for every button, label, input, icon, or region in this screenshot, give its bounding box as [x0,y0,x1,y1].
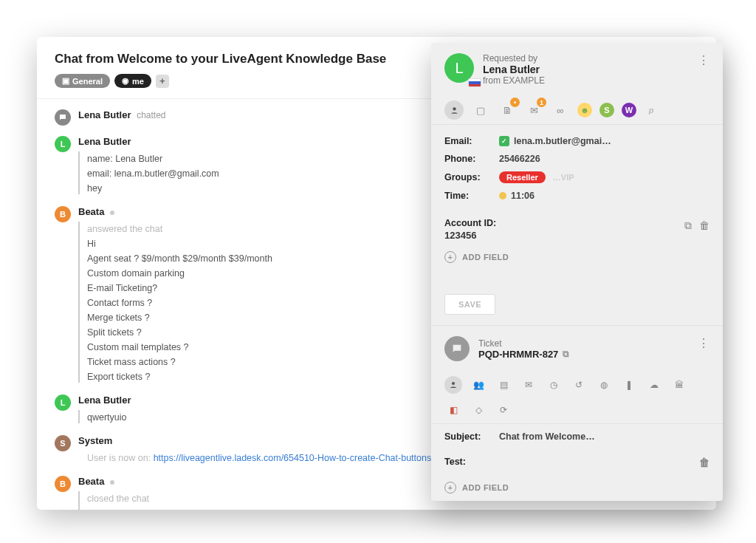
account-id-value: 123456 [444,230,709,241]
requested-by-label: Requested by [483,53,545,64]
user-icon: ◉ [122,76,129,86]
avatar: S [55,435,71,451]
author-name: System [78,435,112,446]
contact-header: L Requested by Lena Butler from EXAMPLE … [444,53,709,86]
copy-icon[interactable]: ⧉ [563,349,569,359]
avatar: B [55,476,71,492]
ticket-card: Ticket PQD-HRMMR-827 ⧉ ⋮ [431,325,723,369]
message-line: You can rate my answers here: [87,506,698,510]
tab-mail-icon[interactable]: ✉1 [524,100,543,120]
avatar: L [55,136,71,152]
brand-mailchimp-icon[interactable]: ☻ [577,103,592,117]
tab-mail-icon[interactable]: ✉ [520,376,537,394]
time-label: Time: [444,191,489,201]
author-name: Lena Butler [78,136,131,147]
author-name: Lena Butler [78,395,131,406]
tab-group-icon[interactable]: 👥 [470,376,487,394]
subject-label: Subject: [444,431,489,442]
contact-tabs: ▢ 🗎• ✉1 ∞ ☻ S W p [431,93,723,125]
trash-icon[interactable]: 🗑 [699,457,709,468]
tag-general-label: General [72,77,103,86]
tab-cloud-icon[interactable]: ☁ [645,376,663,394]
tab-refresh-icon[interactable]: ⟳ [495,401,512,419]
tab-person-icon[interactable] [444,100,464,120]
tab-clock-icon[interactable]: ◷ [545,376,563,394]
plus-icon: + [444,251,456,263]
speech-icon [55,109,71,126]
tab-diamond-icon[interactable]: ◇ [470,401,487,419]
email-label: Email: [444,136,489,146]
group-vip[interactable]: …VIP [553,173,574,182]
plus-icon: + [444,482,456,494]
ticket-label: Ticket [478,338,569,349]
brand-shopify-icon[interactable]: S [599,103,614,117]
contact-from: from EXAMPLE [483,75,545,86]
account-id-block: Account ID: 123456 ⧉ 🗑 [431,212,723,244]
add-field-label: ADD FIELD [462,483,509,492]
ticket-more-icon[interactable]: ⋮ [698,336,709,350]
add-field-label: ADD FIELD [462,253,509,262]
status-dot-icon [110,480,114,485]
ticket-add-field-button[interactable]: + ADD FIELD [431,474,723,501]
tab-square-icon[interactable]: ◧ [444,401,462,419]
more-icon[interactable]: ⋮ [698,53,709,67]
tab-notes-icon[interactable]: 🗎• [498,100,517,120]
tab-folder-icon[interactable]: ▤ [495,376,512,394]
ticket-subject-row: Subject: Chat from Welcome… [431,424,723,449]
contact-side-panel: L Requested by Lena Butler from EXAMPLE … [431,43,723,501]
avatar: B [55,206,71,222]
brand-woo-icon[interactable]: W [622,103,636,117]
trash-icon[interactable]: 🗑 [699,219,709,232]
tab-globe-icon[interactable]: ◍ [595,376,613,394]
tag-general[interactable]: ▣ General [55,74,110,88]
flag-icon [468,78,481,87]
tab-attachment-icon[interactable]: ❚ [620,376,638,394]
tab-history-icon[interactable]: ↺ [570,376,588,394]
author-name: Lena Butler [78,109,131,120]
tab-bank-icon[interactable]: 🏛 [670,376,688,394]
system-prefix: User is now on: [87,453,154,463]
account-id-label: Account ID: [444,218,709,228]
contact-name: Lena Butler [483,64,545,75]
email-value: lena.m.butler@gmai… [514,136,611,146]
ticket-test-row: Test: 🗑 [431,449,723,474]
phone-value: 25466226 [499,154,540,164]
subject-value: Chat from Welcome… [499,431,595,442]
svg-point-0 [453,107,456,110]
tab-screen-icon[interactable]: ▢ [471,100,490,120]
folder-icon: ▣ [62,76,69,86]
svg-point-1 [452,382,455,385]
add-tag-button[interactable]: + [156,75,169,88]
tag-me[interactable]: ◉ me [114,74,151,88]
duplicate-icon[interactable]: ⧉ [684,219,692,232]
mail-badge: 1 [537,98,546,107]
time-icon [499,192,506,199]
test-label: Test: [444,457,489,467]
phone-label: Phone: [444,154,489,164]
author-name: Beata [78,476,104,487]
time-value: 11:06 [511,191,535,201]
save-button[interactable]: SAVE [444,294,495,315]
notes-badge: • [510,98,520,107]
tag-me-label: me [132,77,144,86]
groups-label: Groups: [444,172,489,182]
ticket-tabs: 👥 ▤ ✉ ◷ ↺ ◍ ❚ ☁ 🏛 ◧ ◇ ⟳ [431,369,723,424]
ticket-id: PQD-HRMMR-827 [478,349,558,360]
contact-details: Email: ✓lena.m.butler@gmai… Phone: 25466… [431,125,723,212]
verified-icon: ✓ [499,136,509,146]
avatar: L [55,395,71,411]
tab-link-icon[interactable]: ∞ [551,100,570,120]
brand-p-icon[interactable]: p [644,103,659,117]
add-field-button[interactable]: + ADD FIELD [431,244,723,270]
author-name: Beata [78,206,104,217]
chat-action: chatted [137,110,165,120]
group-reseller[interactable]: Reseller [499,171,546,183]
ticket-speech-icon [444,336,470,361]
status-dot-icon [110,211,114,215]
tab-person-icon[interactable] [444,376,462,394]
